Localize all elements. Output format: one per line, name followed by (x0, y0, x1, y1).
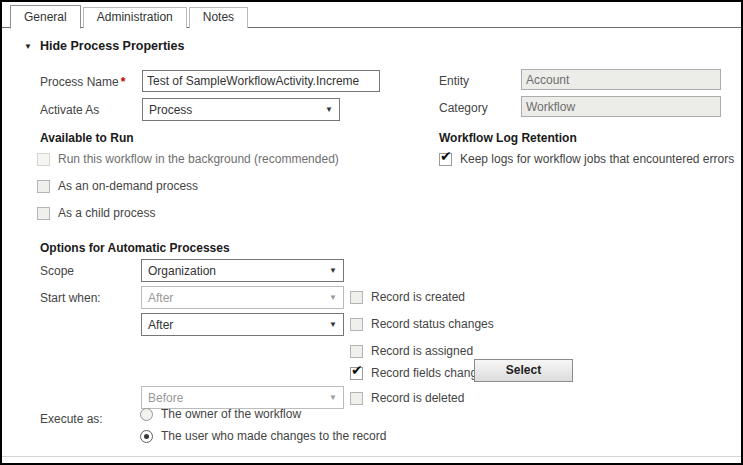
chevron-down-icon: ▼ (325, 105, 333, 114)
timing-dropdown-deleted: Before ▼ (141, 386, 344, 409)
checkbox-box: ✔ (350, 318, 363, 331)
checkbox-record-deleted[interactable]: ✔ Record is deleted (350, 391, 464, 405)
checkbox-label: Record is deleted (371, 391, 464, 405)
checkbox-record-assigned[interactable]: ✔ Record is assigned (350, 344, 473, 358)
checkbox-box: ✔ (350, 367, 363, 380)
category-input (521, 96, 721, 117)
radio-label: The user who made changes to the record (161, 429, 386, 443)
category-label: Category (439, 101, 488, 115)
timing-value: After (148, 318, 173, 332)
hide-process-properties-toggle[interactable]: ▼ Hide Process Properties (24, 39, 184, 53)
checkbox-record-created[interactable]: ✔ Record is created (350, 290, 465, 304)
tab-bar: General Administration Notes (10, 2, 250, 28)
radio-owner-of-workflow[interactable]: The owner of the workflow (140, 407, 301, 421)
entity-label: Entity (439, 74, 469, 88)
timing-value: Before (148, 391, 183, 405)
checkbox-label: Record is assigned (371, 344, 473, 358)
checkbox-label: Record status changes (371, 317, 494, 331)
required-asterisk: * (121, 75, 126, 89)
auto-options-heading: Options for Automatic Processes (40, 241, 230, 255)
checkbox-box: ✔ (37, 180, 50, 193)
checkmark-icon: ✔ (351, 363, 363, 377)
process-name-label: Process Name* (40, 75, 125, 89)
checkbox-keep-logs[interactable]: ✔ Keep logs for workflow jobs that encou… (439, 152, 734, 166)
scope-label: Scope (40, 264, 74, 278)
radio-label: The owner of the workflow (161, 407, 301, 421)
activate-as-dropdown[interactable]: Process ▼ (142, 98, 340, 121)
activate-as-value: Process (149, 103, 192, 117)
process-name-label-text: Process Name (40, 75, 119, 89)
scope-value: Organization (148, 264, 216, 278)
checkbox-record-fields-change[interactable]: ✔ Record fields change (350, 366, 484, 380)
timing-dropdown-status-changes[interactable]: After ▼ (141, 313, 344, 336)
checkbox-label: As a child process (58, 206, 155, 220)
timing-dropdown-created: After ▼ (141, 286, 344, 309)
chevron-down-icon: ▼ (329, 293, 337, 302)
activate-as-label: Activate As (40, 103, 99, 117)
checkbox-box: ✔ (439, 153, 452, 166)
scope-dropdown[interactable]: Organization ▼ (141, 259, 344, 282)
checkbox-box: ✔ (350, 392, 363, 405)
collapse-caret-icon: ▼ (24, 42, 32, 51)
section-title: Hide Process Properties (40, 39, 185, 53)
checkbox-box: ✔ (350, 345, 363, 358)
select-fields-button[interactable]: Select (474, 359, 573, 382)
entity-input (521, 69, 721, 90)
log-retention-heading: Workflow Log Retention (439, 131, 577, 145)
checkbox-label: As an on-demand process (58, 179, 198, 193)
available-to-run-heading: Available to Run (40, 131, 134, 145)
checkbox-child-process[interactable]: ✔ As a child process (37, 206, 155, 220)
radio-circle (140, 408, 153, 421)
tab-administration[interactable]: Administration (83, 7, 187, 28)
checkbox-run-in-background: ✔ Run this workflow in the background (r… (37, 152, 339, 166)
chevron-down-icon: ▼ (329, 266, 337, 275)
chevron-down-icon: ▼ (329, 320, 337, 329)
bottom-divider (2, 456, 741, 457)
radio-user-who-made-changes[interactable]: The user who made changes to the record (140, 429, 386, 443)
tab-notes[interactable]: Notes (189, 7, 248, 28)
checkbox-box: ✔ (37, 153, 50, 166)
process-properties-dialog: General Administration Notes ▼ Hide Proc… (0, 0, 743, 465)
checkbox-record-status-changes[interactable]: ✔ Record status changes (350, 317, 494, 331)
execute-as-label: Execute as: (40, 412, 103, 426)
checkbox-label: Run this workflow in the background (rec… (58, 152, 339, 166)
start-when-label: Start when: (40, 291, 101, 305)
checkbox-label: Keep logs for workflow jobs that encount… (460, 152, 734, 166)
checkbox-label: Record fields change (371, 366, 484, 380)
checkmark-icon: ✔ (440, 149, 452, 163)
radio-circle (140, 430, 153, 443)
timing-value: After (148, 291, 173, 305)
checkbox-label: Record is created (371, 290, 465, 304)
checkbox-box: ✔ (350, 291, 363, 304)
checkbox-on-demand-process[interactable]: ✔ As an on-demand process (37, 179, 198, 193)
checkbox-box: ✔ (37, 207, 50, 220)
chevron-down-icon: ▼ (329, 393, 337, 402)
process-name-input[interactable] (142, 70, 380, 92)
tab-general[interactable]: General (10, 5, 81, 29)
